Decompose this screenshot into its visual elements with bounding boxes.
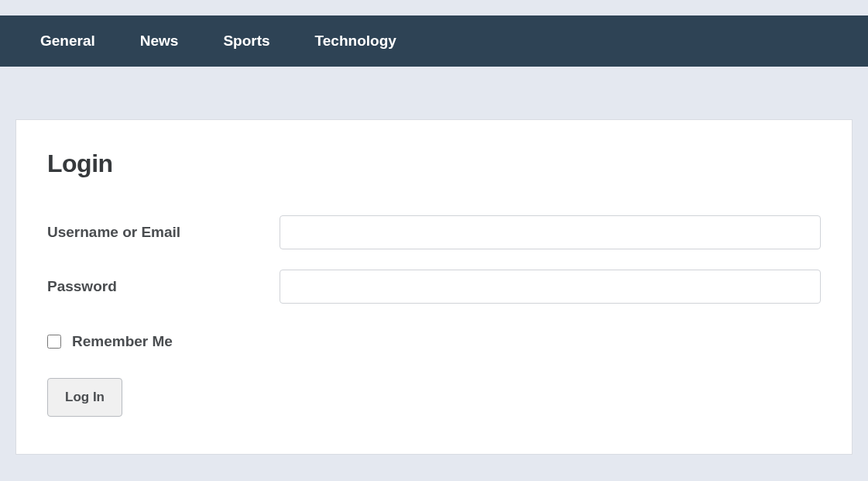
login-button[interactable]: Log In — [47, 378, 122, 417]
password-label: Password — [47, 278, 280, 295]
nav-item-sports[interactable]: Sports — [201, 33, 292, 50]
main-navbar: General News Sports Technology — [0, 15, 868, 67]
login-title: Login — [47, 149, 821, 178]
nav-item-news[interactable]: News — [118, 33, 201, 50]
nav-item-general[interactable]: General — [0, 33, 118, 50]
username-label: Username or Email — [47, 224, 280, 241]
username-input[interactable] — [280, 215, 821, 249]
remember-row: Remember Me — [47, 333, 821, 350]
password-input[interactable] — [280, 270, 821, 304]
remember-checkbox[interactable] — [47, 335, 61, 349]
password-row: Password — [47, 270, 821, 304]
content-wrapper: Login Username or Email Password Remembe… — [0, 67, 868, 470]
nav-item-technology[interactable]: Technology — [293, 33, 419, 50]
remember-label: Remember Me — [72, 333, 173, 350]
login-card: Login Username or Email Password Remembe… — [15, 119, 853, 455]
username-row: Username or Email — [47, 215, 821, 249]
